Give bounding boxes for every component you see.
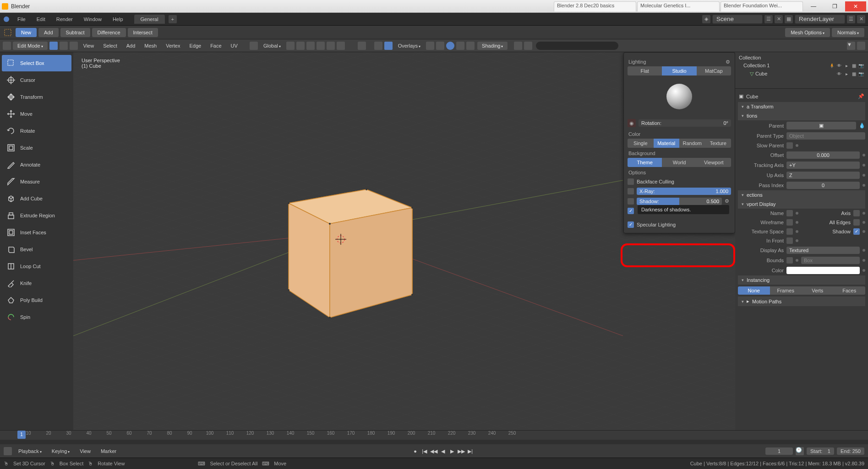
timeline-editor-icon[interactable] xyxy=(4,447,12,455)
browser-tab[interactable]: Blender 2.8 Dec20 basics xyxy=(554,1,636,11)
minimize-button[interactable]: — xyxy=(803,1,824,11)
random-button[interactable]: Random xyxy=(679,139,705,148)
solid-shading-icon[interactable] xyxy=(446,42,454,50)
tool-spin[interactable]: Spin xyxy=(2,309,71,325)
edge-select-icon[interactable] xyxy=(60,42,68,50)
lookdev-shading-icon[interactable] xyxy=(456,42,464,50)
menu-mesh[interactable]: Mesh xyxy=(141,42,160,50)
eyedrop-icon[interactable]: 💧 xyxy=(859,123,865,129)
instancing-section[interactable]: Instancing xyxy=(738,275,865,285)
passidx-field[interactable]: 0 xyxy=(786,182,860,189)
cam-icon[interactable]: 📷 xyxy=(858,70,864,77)
eye-icon[interactable]: 👁 xyxy=(836,70,842,77)
upaxis-field[interactable]: Z xyxy=(786,172,860,179)
renderlayer-field[interactable] xyxy=(795,15,845,24)
theme-button[interactable]: Theme xyxy=(628,158,662,167)
outliner-cube[interactable]: ▽Cube 👁▸▦📷 xyxy=(737,70,866,78)
none-button[interactable]: None xyxy=(738,286,770,295)
cube-mesh[interactable] xyxy=(275,180,421,327)
shading-dropdown[interactable]: Shading▾ xyxy=(477,42,508,50)
tool-scale[interactable]: Scale xyxy=(2,140,71,156)
menu-edge[interactable]: Edge xyxy=(186,42,205,50)
menu-select[interactable]: Select xyxy=(99,42,121,50)
parent-field[interactable]: ▣ xyxy=(786,122,856,129)
transform-section[interactable]: a Transform xyxy=(738,102,865,111)
menu-window[interactable]: Window xyxy=(80,15,105,24)
overlay-icon[interactable] xyxy=(374,42,382,50)
shadow-checkbox[interactable] xyxy=(628,198,634,205)
layout-icon[interactable] xyxy=(857,42,865,50)
matcap-button[interactable]: MatCap xyxy=(697,66,731,75)
outliner-search[interactable] xyxy=(536,42,618,50)
menu-uv[interactable]: UV xyxy=(227,42,241,50)
offset-field[interactable]: 0.000 xyxy=(786,151,860,159)
jump-end-button[interactable]: ▶| xyxy=(466,447,475,455)
outliner-collection-1[interactable]: Collection 1 🧍👁▸▦📷 xyxy=(737,61,866,70)
jump-next-key-button[interactable]: ▶▶ xyxy=(457,447,465,455)
tool-rotate[interactable]: Rotate xyxy=(2,123,71,139)
menu-edit[interactable]: Edit xyxy=(33,15,49,24)
verts-button[interactable]: Verts xyxy=(802,286,834,295)
cavity-checkbox[interactable] xyxy=(628,208,634,214)
keying-menu[interactable]: Keying▾ xyxy=(48,447,74,455)
snap-select-icon[interactable] xyxy=(306,42,315,50)
tool-inset[interactable]: Inset Faces xyxy=(2,224,71,241)
view-menu-tl[interactable]: View xyxy=(76,447,94,455)
menu-face[interactable]: Face xyxy=(207,42,225,50)
xray-checkbox[interactable] xyxy=(628,188,634,194)
menu-view[interactable]: View xyxy=(80,42,98,50)
render-shading-icon[interactable] xyxy=(466,42,475,50)
menu-file[interactable]: File xyxy=(14,15,29,24)
jump-start-button[interactable]: |◀ xyxy=(420,447,429,455)
render-icon[interactable]: ▦ xyxy=(851,70,857,77)
new-button[interactable]: New xyxy=(16,28,37,37)
menu-render[interactable]: Render xyxy=(53,15,76,24)
tool-poly-build[interactable]: Poly Build xyxy=(2,292,71,308)
intersect-button[interactable]: Intersect xyxy=(128,28,158,37)
specular-checkbox[interactable] xyxy=(628,221,634,228)
alledges-checkbox[interactable] xyxy=(853,219,860,226)
close-button[interactable]: ✕ xyxy=(845,1,866,11)
tspace-checkbox[interactable] xyxy=(786,228,793,235)
menu-help[interactable]: Help xyxy=(109,15,127,24)
faces-button[interactable]: Faces xyxy=(834,286,866,295)
mode-select[interactable]: Edit Mode▾ xyxy=(13,42,48,50)
scene-browse-button[interactable]: ☰ xyxy=(764,15,773,23)
end-frame-field[interactable]: End:250 xyxy=(837,447,864,455)
filter-icon[interactable] xyxy=(514,42,522,50)
man-icon[interactable]: 🧍 xyxy=(829,62,835,69)
axis-checkbox[interactable] xyxy=(853,210,860,216)
maximize-button[interactable]: ❐ xyxy=(824,1,845,11)
tool-move[interactable]: Move xyxy=(2,106,71,122)
render-icon[interactable]: ▦ xyxy=(851,62,857,69)
arrow-icon[interactable]: ▸ xyxy=(843,70,850,77)
tool-cursor[interactable]: Cursor xyxy=(2,72,71,88)
collections-section[interactable]: ections xyxy=(738,190,865,199)
slow-parent-checkbox[interactable] xyxy=(786,142,793,149)
menu-vertex[interactable]: Vertex xyxy=(162,42,184,50)
arrow-icon[interactable]: ▸ xyxy=(843,62,850,69)
tool-knife[interactable]: Knife xyxy=(2,275,71,291)
autokeying-toggle[interactable]: ● xyxy=(411,447,420,455)
cam-icon[interactable]: 📷 xyxy=(858,62,864,69)
add-button[interactable]: Add xyxy=(38,28,59,37)
scene-field[interactable] xyxy=(712,15,763,24)
marker-menu[interactable]: Marker xyxy=(97,447,120,455)
material-button[interactable]: Material xyxy=(654,139,680,148)
backface-checkbox[interactable] xyxy=(628,178,634,185)
frames-button[interactable]: Frames xyxy=(770,286,802,295)
preview-range-icon[interactable]: 🕐 xyxy=(796,447,804,455)
flat-button[interactable]: Flat xyxy=(628,66,662,75)
viewport-display-section[interactable]: vport Display xyxy=(738,199,865,209)
relations-section[interactable]: tions xyxy=(738,111,865,120)
world-button[interactable]: World xyxy=(662,158,696,167)
3d-viewport[interactable]: User Perspective (1) Cube ⊞ ◎ Lighting ⚙ xyxy=(73,52,735,430)
playback-menu[interactable]: Playback▾ xyxy=(15,447,45,455)
start-frame-field[interactable]: Start:1 xyxy=(807,447,834,455)
shadow-checkbox-prop[interactable] xyxy=(853,228,860,235)
editor-type-icon[interactable] xyxy=(3,42,11,50)
menu-add[interactable]: Add xyxy=(123,42,139,50)
add-workspace-button[interactable]: + xyxy=(169,15,177,23)
vert-select-icon[interactable] xyxy=(49,42,58,50)
face-select-icon[interactable] xyxy=(70,42,78,50)
